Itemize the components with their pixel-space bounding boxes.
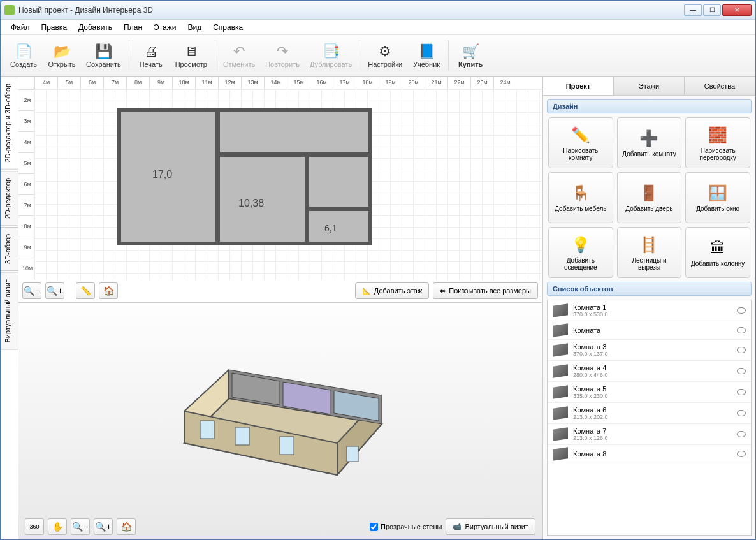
design-icon: ➕ <box>639 128 659 149</box>
preview-icon: 🖥 <box>181 43 201 61</box>
object-item[interactable]: Комната 1370.0 x 530.0 <box>548 300 751 321</box>
show-dimensions-button[interactable]: ⇔Показывать все размеры <box>433 282 538 299</box>
room-corridor[interactable] <box>216 108 372 156</box>
visibility-icon[interactable] <box>737 410 746 416</box>
visibility-icon[interactable] <box>737 327 746 333</box>
content: 2D-редактор и 3D-обзор2D-редактор3D-обзо… <box>1 77 755 539</box>
menu-Добавить[interactable]: Добавить <box>73 21 117 34</box>
titlebar: Новый проект - Дизайн Интерьера 3D — ☐ ✕ <box>1 1 755 20</box>
object-item[interactable]: Комната 7213.0 x 126.0 <box>548 424 751 445</box>
save-icon: 💾 <box>93 43 113 61</box>
vtab-2[interactable]: 3D-обзор <box>1 227 18 271</box>
right-tabs: ПроектЭтажиСвойства <box>543 77 755 96</box>
design-Добавить окно[interactable]: 🪟Добавить окно <box>685 172 750 223</box>
svg-rect-11 <box>347 446 358 462</box>
svg-rect-8 <box>200 421 214 439</box>
open-button[interactable]: 📂Открыть <box>43 40 81 71</box>
preview-button[interactable]: 🖥Просмотр <box>170 40 212 71</box>
design-Лестницы и вырезы[interactable]: 🪜Лестницы и вырезы <box>617 227 682 278</box>
design-Добавить комнату[interactable]: ➕Добавить комнату <box>617 117 682 168</box>
design-Нарисовать комнату[interactable]: ✏️Нарисовать комнату <box>548 117 613 168</box>
create-button[interactable]: 📄Создать <box>4 40 43 71</box>
home-3d-button[interactable]: 🏠 <box>117 518 136 535</box>
app-icon <box>4 5 15 15</box>
design-Добавить освещение[interactable]: 💡Добавить освещение <box>548 227 613 278</box>
zoom-out-3d-button[interactable]: 🔍− <box>71 518 90 535</box>
design-icon: ✏️ <box>571 125 591 145</box>
minimize-button[interactable]: — <box>684 4 702 16</box>
room-3[interactable] <box>305 153 372 210</box>
design-icon: 🏛 <box>708 238 728 258</box>
transparent-walls-checkbox[interactable]: Прозрачные стены <box>370 523 442 531</box>
pan-button[interactable]: ✋ <box>48 518 67 535</box>
app-window: Новый проект - Дизайн Интерьера 3D — ☐ ✕… <box>0 0 756 540</box>
settings-button[interactable]: ⚙Настройки <box>363 40 407 71</box>
visibility-icon[interactable] <box>737 307 746 314</box>
object-item[interactable]: Комната 4280.0 x 446.0 <box>548 361 751 382</box>
zoom-out-button[interactable]: 🔍− <box>22 282 41 299</box>
open-icon: 📂 <box>52 43 72 61</box>
zoom-in-button[interactable]: 🔍+ <box>45 282 64 299</box>
rtab-Этажи[interactable]: Этажи <box>614 77 685 95</box>
visibility-icon[interactable] <box>737 368 746 374</box>
design-Добавить колонну[interactable]: 🏛Добавить колонну <box>685 227 750 278</box>
design-Нарисовать перегородку[interactable]: 🧱Нарисовать перегородку <box>685 117 750 168</box>
menu-Этажи[interactable]: Этажи <box>149 21 181 34</box>
object-item[interactable]: Комната <box>548 321 751 340</box>
tutorial-button[interactable]: 📘Учебник <box>407 40 446 71</box>
virtual-visit-button[interactable]: 📹Виртуальный визит <box>446 518 535 535</box>
undo-button: ↶Отменить <box>218 40 260 71</box>
rtab-Проект[interactable]: Проект <box>543 77 614 95</box>
visibility-icon[interactable] <box>737 451 746 457</box>
rotate-360-button[interactable]: 360 <box>25 518 44 535</box>
toolbar: 📄Создать📂Открыть💾Сохранить🖨Печать🖥Просмо… <box>1 35 755 77</box>
room-4[interactable] <box>305 207 372 245</box>
room-icon <box>553 406 568 420</box>
design-Добавить дверь[interactable]: 🚪Добавить дверь <box>617 172 682 223</box>
vtab-3[interactable]: Виртуальный визит <box>1 272 18 350</box>
object-item[interactable]: Комната 6213.0 x 202.0 <box>548 403 751 424</box>
menu-Правка[interactable]: Правка <box>36 21 73 34</box>
settings-icon: ⚙ <box>375 43 395 61</box>
home-button[interactable]: 🏠 <box>99 282 118 299</box>
main-area: 4м5м6м7м8м9м10м11м12м13м14м15м16м17м18м1… <box>18 77 542 539</box>
object-item[interactable]: Комната 3370.0 x 137.0 <box>548 340 751 361</box>
toolbar-2d: 🔍− 🔍+ 📏 🏠 📐Добавить этаж ⇔Показывать все… <box>22 282 538 300</box>
print-button[interactable]: 🖨Печать <box>132 40 170 71</box>
menu-Файл[interactable]: Файл <box>6 21 35 34</box>
add-floor-button[interactable]: 📐Добавить этаж <box>355 282 429 299</box>
room-icon <box>553 427 568 441</box>
room-label: 10,38 <box>238 198 264 209</box>
object-item[interactable]: Комната 8 <box>548 445 751 463</box>
editor-3d[interactable]: 360 ✋ 🔍− 🔍+ 🏠 Прозрачные стены 📹Виртуаль… <box>18 303 542 539</box>
room-icon <box>553 364 568 377</box>
dup-button: 📑Дублировать <box>305 40 357 71</box>
room-icon <box>553 323 568 337</box>
canvas-2d[interactable]: 17,0 10,38 6,1 <box>34 89 542 280</box>
menu-План[interactable]: План <box>119 21 147 34</box>
print-icon: 🖨 <box>141 43 161 61</box>
zoom-in-3d-button[interactable]: 🔍+ <box>94 518 113 535</box>
menu-Справка[interactable]: Справка <box>208 21 248 34</box>
ruler-vertical: 2м3м4м5м6м7м8м9м10м <box>18 89 34 280</box>
buy-button[interactable]: 🛒Купить <box>451 40 490 71</box>
visibility-icon[interactable] <box>737 389 746 395</box>
visibility-icon[interactable] <box>737 347 746 353</box>
vtab-1[interactable]: 2D-редактор <box>1 171 18 226</box>
maximize-button[interactable]: ☐ <box>703 4 721 16</box>
menu-Вид[interactable]: Вид <box>182 21 207 34</box>
rtab-Свойства[interactable]: Свойства <box>685 77 755 95</box>
measure-button[interactable]: 📏 <box>76 282 95 299</box>
window-title: Новый проект - Дизайн Интерьера 3D <box>18 6 684 15</box>
floorplan: 17,0 10,38 6,1 <box>117 108 372 255</box>
room-icon <box>553 447 568 460</box>
redo-icon: ↷ <box>272 43 293 61</box>
close-button[interactable]: ✕ <box>722 4 752 16</box>
object-item[interactable]: Комната 5335.0 x 230.0 <box>548 382 751 403</box>
buy-icon: 🛒 <box>460 43 481 61</box>
visibility-icon[interactable] <box>737 431 746 437</box>
design-Добавить мебель[interactable]: 🪑Добавить мебель <box>548 172 613 223</box>
vtab-0[interactable]: 2D-редактор и 3D-обзор <box>1 77 18 170</box>
left-tabs: 2D-редактор и 3D-обзор2D-редактор3D-обзо… <box>1 77 18 539</box>
save-button[interactable]: 💾Сохранить <box>81 40 126 71</box>
